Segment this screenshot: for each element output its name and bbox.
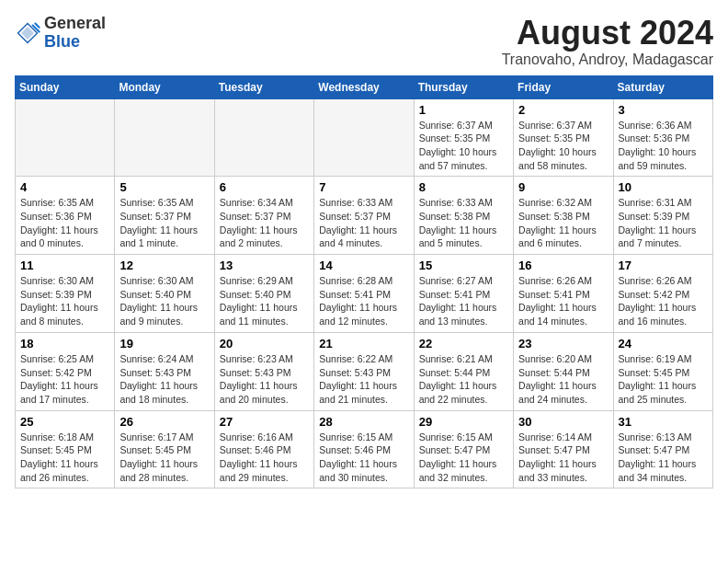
day-info: Sunrise: 6:31 AM Sunset: 5:39 PM Dayligh… [619,196,708,250]
calendar-cell: 13Sunrise: 6:29 AM Sunset: 5:40 PM Dayli… [214,255,313,333]
calendar-cell: 9Sunrise: 6:32 AM Sunset: 5:38 PM Daylig… [514,177,613,255]
day-number: 15 [419,259,508,272]
calendar-cell [214,98,313,177]
day-info: Sunrise: 6:25 AM Sunset: 5:42 PM Dayligh… [20,352,109,407]
day-info: Sunrise: 6:37 AM Sunset: 5:35 PM Dayligh… [518,119,608,173]
calendar-cell: 8Sunrise: 6:33 AM Sunset: 5:38 PM Daylig… [414,177,513,255]
day-info: Sunrise: 6:33 AM Sunset: 5:37 PM Dayligh… [319,196,408,250]
calendar-cell: 25Sunrise: 6:18 AM Sunset: 5:45 PM Dayli… [16,410,115,488]
day-info: Sunrise: 6:27 AM Sunset: 5:41 PM Dayligh… [419,274,508,328]
day-number: 2 [518,103,608,117]
weekday-header-wednesday: Wednesday [314,75,414,98]
calendar-cell: 16Sunrise: 6:26 AM Sunset: 5:41 PM Dayli… [514,255,613,333]
day-info: Sunrise: 6:17 AM Sunset: 5:45 PM Dayligh… [119,431,209,485]
week-row-1: 1Sunrise: 6:37 AM Sunset: 5:35 PM Daylig… [16,98,713,177]
day-info: Sunrise: 6:35 AM Sunset: 5:36 PM Dayligh… [20,196,109,250]
calendar-cell: 1Sunrise: 6:37 AM Sunset: 5:35 PM Daylig… [414,98,513,177]
logo-text: General Blue [44,15,106,52]
calendar-cell: 24Sunrise: 6:19 AM Sunset: 5:45 PM Dayli… [613,332,712,410]
day-info: Sunrise: 6:33 AM Sunset: 5:38 PM Dayligh… [419,196,508,250]
day-number: 22 [419,337,508,350]
calendar-cell: 29Sunrise: 6:15 AM Sunset: 5:47 PM Dayli… [414,410,513,488]
day-number: 21 [319,337,408,350]
calendar-cell: 19Sunrise: 6:24 AM Sunset: 5:43 PM Dayli… [115,332,214,410]
week-row-2: 4Sunrise: 6:35 AM Sunset: 5:36 PM Daylig… [16,177,713,255]
calendar-cell: 12Sunrise: 6:30 AM Sunset: 5:40 PM Dayli… [115,255,214,333]
logo-blue: Blue [44,33,106,52]
day-info: Sunrise: 6:15 AM Sunset: 5:47 PM Dayligh… [419,431,508,485]
day-info: Sunrise: 6:35 AM Sunset: 5:37 PM Dayligh… [119,196,209,250]
day-info: Sunrise: 6:22 AM Sunset: 5:43 PM Dayligh… [319,352,408,407]
weekday-header-friday: Friday [514,75,613,98]
calendar-cell [16,98,115,177]
day-number: 28 [319,415,408,429]
day-number: 12 [119,259,209,272]
day-info: Sunrise: 6:26 AM Sunset: 5:41 PM Dayligh… [518,274,608,328]
day-info: Sunrise: 6:23 AM Sunset: 5:43 PM Dayligh… [220,352,309,407]
day-info: Sunrise: 6:30 AM Sunset: 5:40 PM Dayligh… [119,274,209,328]
calendar-cell: 23Sunrise: 6:20 AM Sunset: 5:44 PM Dayli… [514,332,613,410]
day-number: 7 [319,180,408,194]
calendar-cell: 22Sunrise: 6:21 AM Sunset: 5:44 PM Dayli… [414,332,513,410]
day-number: 9 [518,180,608,194]
day-number: 14 [319,259,408,272]
page-header: General Blue August 2024 Tranovaho, Andr… [15,15,713,68]
day-number: 3 [619,103,708,117]
day-number: 29 [419,415,508,429]
day-number: 30 [518,415,608,429]
day-number: 11 [20,259,109,272]
day-number: 10 [619,180,708,194]
calendar-cell: 21Sunrise: 6:22 AM Sunset: 5:43 PM Dayli… [314,332,414,410]
calendar-cell: 31Sunrise: 6:13 AM Sunset: 5:47 PM Dayli… [613,410,712,488]
day-number: 16 [518,259,608,272]
day-info: Sunrise: 6:14 AM Sunset: 5:47 PM Dayligh… [518,431,608,485]
calendar-cell: 2Sunrise: 6:37 AM Sunset: 5:35 PM Daylig… [514,98,613,177]
calendar-cell: 28Sunrise: 6:15 AM Sunset: 5:46 PM Dayli… [314,410,414,488]
calendar-cell: 3Sunrise: 6:36 AM Sunset: 5:36 PM Daylig… [613,98,712,177]
day-info: Sunrise: 6:15 AM Sunset: 5:46 PM Dayligh… [319,431,408,485]
calendar-cell [314,98,414,177]
day-info: Sunrise: 6:34 AM Sunset: 5:37 PM Dayligh… [220,196,309,250]
calendar-cell: 20Sunrise: 6:23 AM Sunset: 5:43 PM Dayli… [214,332,313,410]
day-info: Sunrise: 6:29 AM Sunset: 5:40 PM Dayligh… [220,274,309,328]
day-number: 19 [119,337,209,350]
day-number: 24 [619,337,708,350]
day-number: 27 [220,415,309,429]
day-number: 8 [419,180,508,194]
month-title: August 2024 [502,15,713,52]
weekday-header-tuesday: Tuesday [214,75,313,98]
day-info: Sunrise: 6:36 AM Sunset: 5:36 PM Dayligh… [619,119,708,173]
calendar-cell: 30Sunrise: 6:14 AM Sunset: 5:47 PM Dayli… [514,410,613,488]
day-info: Sunrise: 6:28 AM Sunset: 5:41 PM Dayligh… [319,274,408,328]
title-block: August 2024 Tranovaho, Androy, Madagasca… [502,15,713,68]
day-number: 25 [20,415,109,429]
calendar-cell: 14Sunrise: 6:28 AM Sunset: 5:41 PM Dayli… [314,255,414,333]
day-info: Sunrise: 6:16 AM Sunset: 5:46 PM Dayligh… [220,431,309,485]
week-row-5: 25Sunrise: 6:18 AM Sunset: 5:45 PM Dayli… [16,410,713,488]
calendar-table: SundayMondayTuesdayWednesdayThursdayFrid… [15,75,713,489]
day-number: 5 [119,180,209,194]
calendar-cell: 17Sunrise: 6:26 AM Sunset: 5:42 PM Dayli… [613,255,712,333]
day-info: Sunrise: 6:24 AM Sunset: 5:43 PM Dayligh… [119,352,209,407]
day-info: Sunrise: 6:18 AM Sunset: 5:45 PM Dayligh… [20,431,109,485]
day-info: Sunrise: 6:32 AM Sunset: 5:38 PM Dayligh… [518,196,608,250]
calendar-cell: 7Sunrise: 6:33 AM Sunset: 5:37 PM Daylig… [314,177,414,255]
day-info: Sunrise: 6:19 AM Sunset: 5:45 PM Dayligh… [619,352,708,407]
weekday-header-thursday: Thursday [414,75,513,98]
week-row-3: 11Sunrise: 6:30 AM Sunset: 5:39 PM Dayli… [16,255,713,333]
calendar-cell: 26Sunrise: 6:17 AM Sunset: 5:45 PM Dayli… [115,410,214,488]
location-title: Tranovaho, Androy, Madagascar [502,52,713,68]
logo-general: General [44,15,106,33]
day-number: 4 [20,180,109,194]
weekday-header-monday: Monday [115,75,214,98]
day-number: 1 [419,103,508,117]
weekday-header-row: SundayMondayTuesdayWednesdayThursdayFrid… [16,75,713,98]
day-info: Sunrise: 6:21 AM Sunset: 5:44 PM Dayligh… [419,352,508,407]
day-info: Sunrise: 6:37 AM Sunset: 5:35 PM Dayligh… [419,119,508,173]
day-number: 17 [619,259,708,272]
day-number: 23 [518,337,608,350]
week-row-4: 18Sunrise: 6:25 AM Sunset: 5:42 PM Dayli… [16,332,713,410]
weekday-header-saturday: Saturday [613,75,712,98]
day-number: 26 [119,415,209,429]
day-info: Sunrise: 6:26 AM Sunset: 5:42 PM Dayligh… [619,274,708,328]
